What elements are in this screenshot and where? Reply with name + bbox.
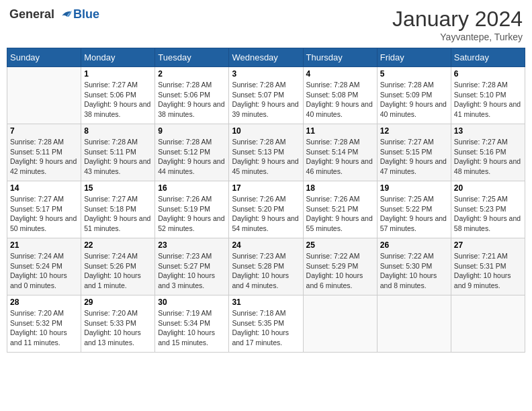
calendar-cell: 29Sunrise: 7:20 AMSunset: 5:33 PMDayligh… xyxy=(81,295,155,353)
day-info: Sunrise: 7:20 AMSunset: 5:33 PMDaylight:… xyxy=(84,309,141,347)
calendar-cell: 20Sunrise: 7:25 AMSunset: 5:23 PMDayligh… xyxy=(451,181,525,238)
day-number: 6 xyxy=(454,69,522,79)
calendar-week-row: 1Sunrise: 7:27 AMSunset: 5:06 PMDaylight… xyxy=(7,67,525,124)
day-info: Sunrise: 7:27 AMSunset: 5:15 PMDaylight:… xyxy=(380,138,447,175)
day-info: Sunrise: 7:27 AMSunset: 5:06 PMDaylight:… xyxy=(84,81,150,118)
weekday-header-friday: Friday xyxy=(377,48,451,67)
calendar-cell: 28Sunrise: 7:20 AMSunset: 5:32 PMDayligh… xyxy=(7,295,81,353)
calendar-cell: 22Sunrise: 7:24 AMSunset: 5:26 PMDayligh… xyxy=(81,238,155,295)
day-number: 27 xyxy=(454,240,522,250)
day-info: Sunrise: 7:20 AMSunset: 5:32 PMDaylight:… xyxy=(10,309,67,347)
day-number: 19 xyxy=(380,183,448,193)
day-number: 29 xyxy=(84,298,152,307)
day-number: 31 xyxy=(232,298,300,307)
day-info: Sunrise: 7:28 AMSunset: 5:11 PMDaylight:… xyxy=(10,138,77,175)
day-info: Sunrise: 7:27 AMSunset: 5:17 PMDaylight:… xyxy=(10,195,77,232)
calendar-cell: 5Sunrise: 7:28 AMSunset: 5:09 PMDaylight… xyxy=(377,67,451,124)
day-number: 12 xyxy=(380,126,448,136)
day-info: Sunrise: 7:28 AMSunset: 5:07 PMDaylight:… xyxy=(232,81,298,118)
day-info: Sunrise: 7:28 AMSunset: 5:12 PMDaylight:… xyxy=(158,138,224,175)
day-number: 13 xyxy=(454,126,522,136)
calendar-cell: 31Sunrise: 7:18 AMSunset: 5:35 PMDayligh… xyxy=(229,295,303,353)
calendar-cell: 19Sunrise: 7:25 AMSunset: 5:22 PMDayligh… xyxy=(377,181,451,238)
calendar-cell: 25Sunrise: 7:22 AMSunset: 5:29 PMDayligh… xyxy=(303,238,377,295)
weekday-header-wednesday: Wednesday xyxy=(229,48,303,67)
day-number: 10 xyxy=(232,126,300,136)
day-number: 5 xyxy=(380,69,448,79)
calendar-week-row: 28Sunrise: 7:20 AMSunset: 5:32 PMDayligh… xyxy=(7,295,525,353)
day-number: 2 xyxy=(158,69,226,79)
weekday-header-thursday: Thursday xyxy=(303,48,377,67)
calendar-cell xyxy=(377,295,451,353)
calendar-cell: 16Sunrise: 7:26 AMSunset: 5:19 PMDayligh… xyxy=(155,181,229,238)
day-info: Sunrise: 7:19 AMSunset: 5:34 PMDaylight:… xyxy=(158,309,215,347)
calendar-cell: 7Sunrise: 7:28 AMSunset: 5:11 PMDaylight… xyxy=(7,124,81,181)
day-number: 26 xyxy=(380,240,448,250)
day-number: 25 xyxy=(306,240,374,250)
logo-bird-icon xyxy=(57,7,72,21)
logo: General Blue xyxy=(9,7,99,21)
day-info: Sunrise: 7:28 AMSunset: 5:11 PMDaylight:… xyxy=(84,138,150,175)
day-info: Sunrise: 7:28 AMSunset: 5:13 PMDaylight:… xyxy=(232,138,298,175)
calendar-week-row: 21Sunrise: 7:24 AMSunset: 5:24 PMDayligh… xyxy=(7,238,525,295)
day-number: 28 xyxy=(10,298,78,307)
calendar-cell: 6Sunrise: 7:28 AMSunset: 5:10 PMDaylight… xyxy=(451,67,525,124)
calendar-week-row: 14Sunrise: 7:27 AMSunset: 5:17 PMDayligh… xyxy=(7,181,525,238)
day-number: 14 xyxy=(10,183,78,193)
day-info: Sunrise: 7:27 AMSunset: 5:18 PMDaylight:… xyxy=(84,195,150,232)
calendar-cell: 12Sunrise: 7:27 AMSunset: 5:15 PMDayligh… xyxy=(377,124,451,181)
month-title: January 2024 xyxy=(392,7,523,32)
calendar-cell: 4Sunrise: 7:28 AMSunset: 5:08 PMDaylight… xyxy=(303,67,377,124)
logo-blue-text: Blue xyxy=(73,7,99,21)
day-number: 1 xyxy=(84,69,152,79)
day-info: Sunrise: 7:22 AMSunset: 5:29 PMDaylight:… xyxy=(306,252,363,289)
day-number: 30 xyxy=(158,298,226,307)
day-info: Sunrise: 7:28 AMSunset: 5:10 PMDaylight:… xyxy=(454,81,521,118)
day-number: 22 xyxy=(84,240,152,250)
calendar-cell: 26Sunrise: 7:22 AMSunset: 5:30 PMDayligh… xyxy=(377,238,451,295)
calendar-cell: 24Sunrise: 7:23 AMSunset: 5:28 PMDayligh… xyxy=(229,238,303,295)
calendar-cell: 17Sunrise: 7:26 AMSunset: 5:20 PMDayligh… xyxy=(229,181,303,238)
calendar-cell xyxy=(451,295,525,353)
day-number: 4 xyxy=(306,69,374,79)
day-info: Sunrise: 7:28 AMSunset: 5:06 PMDaylight:… xyxy=(158,81,224,118)
day-info: Sunrise: 7:28 AMSunset: 5:08 PMDaylight:… xyxy=(306,81,373,118)
calendar-cell: 30Sunrise: 7:19 AMSunset: 5:34 PMDayligh… xyxy=(155,295,229,353)
calendar-cell: 9Sunrise: 7:28 AMSunset: 5:12 PMDaylight… xyxy=(155,124,229,181)
day-info: Sunrise: 7:26 AMSunset: 5:21 PMDaylight:… xyxy=(306,195,373,232)
day-info: Sunrise: 7:25 AMSunset: 5:22 PMDaylight:… xyxy=(380,195,447,232)
calendar-cell: 8Sunrise: 7:28 AMSunset: 5:11 PMDaylight… xyxy=(81,124,155,181)
day-number: 18 xyxy=(306,183,374,193)
day-info: Sunrise: 7:24 AMSunset: 5:24 PMDaylight:… xyxy=(10,252,67,289)
day-number: 16 xyxy=(158,183,226,193)
day-number: 20 xyxy=(454,183,522,193)
day-info: Sunrise: 7:22 AMSunset: 5:30 PMDaylight:… xyxy=(380,252,437,289)
weekday-header-sunday: Sunday xyxy=(7,48,81,67)
weekday-header-row: SundayMondayTuesdayWednesdayThursdayFrid… xyxy=(7,48,525,67)
day-info: Sunrise: 7:26 AMSunset: 5:20 PMDaylight:… xyxy=(232,195,298,232)
weekday-header-monday: Monday xyxy=(81,48,155,67)
day-number: 7 xyxy=(10,126,78,136)
calendar-cell: 13Sunrise: 7:27 AMSunset: 5:16 PMDayligh… xyxy=(451,124,525,181)
day-info: Sunrise: 7:21 AMSunset: 5:31 PMDaylight:… xyxy=(454,252,511,289)
calendar-cell: 27Sunrise: 7:21 AMSunset: 5:31 PMDayligh… xyxy=(451,238,525,295)
day-info: Sunrise: 7:24 AMSunset: 5:26 PMDaylight:… xyxy=(84,252,141,289)
logo-general-text: General xyxy=(9,7,54,21)
calendar-cell: 21Sunrise: 7:24 AMSunset: 5:24 PMDayligh… xyxy=(7,238,81,295)
calendar-cell: 15Sunrise: 7:27 AMSunset: 5:18 PMDayligh… xyxy=(81,181,155,238)
calendar-cell: 3Sunrise: 7:28 AMSunset: 5:07 PMDaylight… xyxy=(229,67,303,124)
weekday-header-tuesday: Tuesday xyxy=(155,48,229,67)
day-info: Sunrise: 7:18 AMSunset: 5:35 PMDaylight:… xyxy=(232,309,289,347)
calendar-body: 1Sunrise: 7:27 AMSunset: 5:06 PMDaylight… xyxy=(7,67,525,353)
day-number: 15 xyxy=(84,183,152,193)
day-number: 21 xyxy=(10,240,78,250)
day-number: 8 xyxy=(84,126,152,136)
location-title: Yayvantepe, Turkey xyxy=(392,32,523,42)
calendar-cell: 14Sunrise: 7:27 AMSunset: 5:17 PMDayligh… xyxy=(7,181,81,238)
day-info: Sunrise: 7:28 AMSunset: 5:14 PMDaylight:… xyxy=(306,138,373,175)
day-number: 9 xyxy=(158,126,226,136)
calendar-cell: 1Sunrise: 7:27 AMSunset: 5:06 PMDaylight… xyxy=(81,67,155,124)
weekday-header-saturday: Saturday xyxy=(451,48,525,67)
calendar-cell: 10Sunrise: 7:28 AMSunset: 5:13 PMDayligh… xyxy=(229,124,303,181)
day-number: 3 xyxy=(232,69,300,79)
